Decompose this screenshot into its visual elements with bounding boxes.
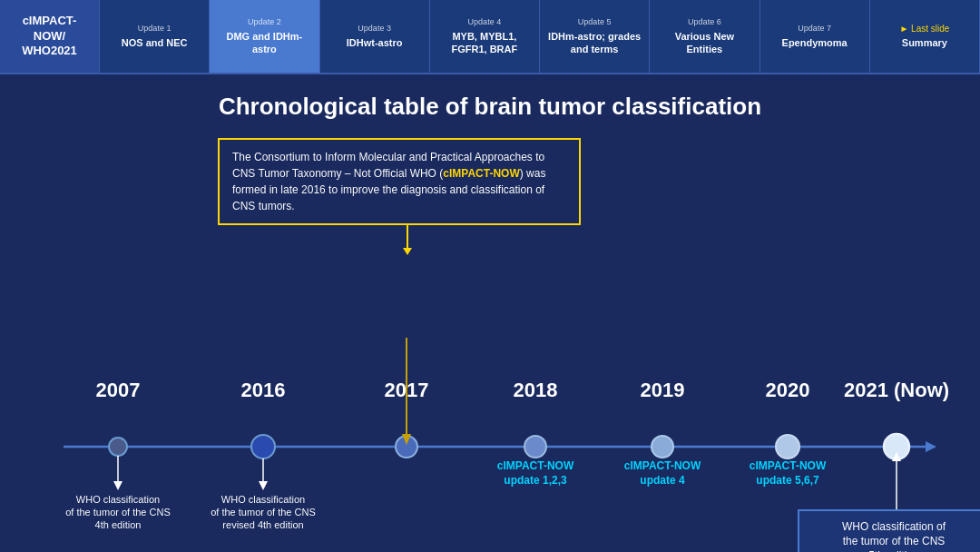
- callout-box: The Consortium to Inform Molecular and P…: [218, 138, 581, 225]
- update-3-label: Update 3: [358, 24, 391, 34]
- nav-update-6[interactable]: Update 6 Various New Entities: [650, 0, 760, 73]
- label-2016-line1: WHO classification: [221, 494, 305, 505]
- update-4-title: MYB, MYBL1, FGFR1, BRAF: [437, 30, 532, 56]
- callout-highlight: cIMPACT-NOW: [443, 167, 519, 180]
- update-4-label: Update 4: [468, 17, 502, 28]
- label-2007-line1: WHO classification: [76, 494, 160, 505]
- label-2020-line1: cIMPACT-NOW: [750, 459, 827, 472]
- nav-update-1[interactable]: Update 1 NOS and NEC: [100, 0, 210, 73]
- arrowhead-2007: [113, 481, 122, 490]
- update-7-label: Update 7: [798, 24, 831, 34]
- who2021-line2: the tumor of the CNS: [843, 535, 946, 547]
- nav-update-3[interactable]: Update 3 IDHwt-astro: [320, 0, 430, 73]
- node-2016: [251, 435, 275, 458]
- label-2007-line3: 4th edition: [95, 519, 142, 530]
- label-2007-line2: of the tumor of the CNS: [65, 507, 171, 518]
- update-5-title: IDHm-astro; grades and terms: [547, 30, 642, 56]
- slide-content: Chronological table of brain tumor class…: [0, 74, 980, 552]
- label-2019-line1: cIMPACT-NOW: [624, 459, 701, 472]
- nav-logo[interactable]: cIMPACT-NOW/ WHO2021: [0, 0, 100, 73]
- nav-update-4[interactable]: Update 4 MYB, MYBL1, FGFR1, BRAF: [430, 0, 540, 73]
- year-2007: 2007: [96, 379, 141, 401]
- label-2016-line3: revised 4th edition: [222, 519, 303, 530]
- label-2018-line1: cIMPACT-NOW: [497, 459, 574, 472]
- timeline-svg: 2007 WHO classification of the tumor of …: [0, 183, 980, 552]
- label-2018-line2: update 1,2,3: [504, 474, 567, 487]
- update-2-title: DMG and IDHm-astro: [217, 30, 311, 56]
- update-2-label: Update 2: [248, 17, 281, 28]
- logo-line2: WHO2021: [22, 44, 77, 59]
- nav-summary[interactable]: ► Last slide Summary: [870, 0, 980, 73]
- update-5-label: Update 5: [578, 17, 612, 28]
- node-2018: [524, 436, 546, 458]
- top-nav: cIMPACT-NOW/ WHO2021 Update 1 NOS and NE…: [0, 0, 980, 74]
- year-2016: 2016: [241, 379, 286, 401]
- update-7-title: Ependymoma: [782, 36, 848, 49]
- update-1-label: Update 1: [138, 24, 172, 34]
- label-2016-line2: of the tumor of the CNS: [211, 507, 316, 518]
- year-2020: 2020: [766, 379, 810, 401]
- last-slide-icon: ► Last slide: [899, 23, 949, 34]
- year-2021: 2021 (Now): [844, 379, 949, 401]
- update-3-title: IDHwt-astro: [347, 36, 403, 49]
- slide-title: Chronological table of brain tumor class…: [36, 93, 944, 121]
- label-2019-line2: update 4: [640, 474, 685, 487]
- logo-line1: cIMPACT-NOW/: [7, 14, 92, 44]
- node-2019: [652, 436, 673, 458]
- update-6-title: Various New Entities: [657, 30, 751, 56]
- label-2020-line2: update 5,6,7: [756, 474, 819, 487]
- year-2018: 2018: [514, 379, 558, 401]
- nav-update-5[interactable]: Update 5 IDHm-astro; grades and terms: [540, 0, 650, 73]
- arrowhead-2016: [259, 481, 268, 490]
- nav-update-2[interactable]: Update 2 DMG and IDHm-astro: [210, 0, 319, 73]
- node-2020: [776, 435, 799, 458]
- nav-update-7[interactable]: Update 7 Ependymoma: [760, 0, 870, 73]
- update-6-label: Update 6: [688, 17, 721, 28]
- year-2019: 2019: [641, 379, 685, 401]
- callout-arrow: [407, 222, 408, 250]
- timeline-arrow: [926, 441, 936, 452]
- node-2007: [109, 438, 127, 456]
- summary-title: Summary: [902, 36, 947, 49]
- update-1-title: NOS and NEC: [122, 36, 188, 49]
- who2021-line1: WHO classification of: [842, 520, 946, 533]
